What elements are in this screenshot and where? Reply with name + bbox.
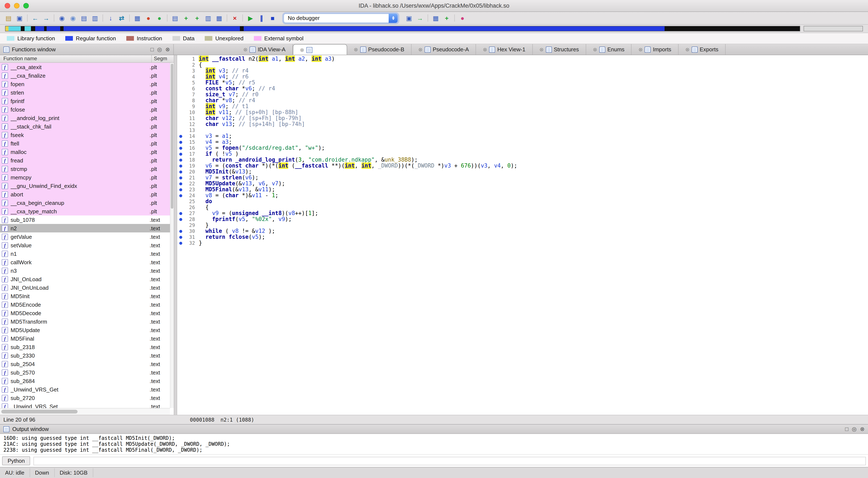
zoom-window-button[interactable] (23, 3, 29, 8)
function-row-getValue[interactable]: fgetValue.text (0, 232, 170, 241)
tab-close-icon[interactable]: ⊗ (354, 47, 358, 52)
scrollbar-thumb[interactable] (1, 410, 78, 414)
function-row-n1[interactable]: fn1.text (0, 249, 170, 258)
function-row-__cxa_atexit[interactable]: f__cxa_atexit.plt (0, 63, 170, 71)
code-line-18[interactable]: 18 return _android_log_print(3, "com.dro… (177, 157, 868, 163)
function-row-n2[interactable]: fn2.text (0, 224, 170, 232)
navigation-band[interactable] (5, 26, 800, 31)
code-line-27[interactable]: 27 v9 = (unsigned __int8)(v8++)[1]; (177, 210, 868, 216)
function-row-fprintf[interactable]: ffprintf.plt (0, 97, 170, 105)
python-input[interactable] (34, 456, 866, 465)
function-row-__gnu_Unwind_Find_exidx[interactable]: f__gnu_Unwind_Find_exidx.plt (0, 182, 170, 190)
code-line-11[interactable]: 11 char v12; // [sp+Fh] [bp-79h] (177, 115, 868, 121)
code-line-29[interactable]: 29 } (177, 222, 868, 228)
code-line-23[interactable]: 23 MD5Final(&v13, &v11); (177, 187, 868, 192)
restore-icon[interactable]: ◎ (852, 426, 857, 432)
code-line-5[interactable]: 5 FILE *v5; // r5 (177, 80, 868, 86)
tab-pseudocode-a[interactable]: ⊗Pseudocode-A (411, 44, 476, 55)
functions-horizontal-scrollbar[interactable] (0, 408, 170, 415)
breakpoints-icon[interactable]: ● (457, 13, 467, 23)
scrollbar-thumb[interactable] (171, 64, 173, 209)
restore-icon[interactable]: ◎ (157, 46, 162, 53)
code-line-13[interactable]: 13 (177, 127, 868, 133)
code-line-19[interactable]: 19 v6 = (const char *)(*(int (__fastcall… (177, 163, 868, 169)
navigate-forward-icon[interactable]: → (41, 13, 51, 23)
start-process-icon[interactable]: ▶ (245, 13, 255, 23)
close-panel-icon[interactable]: ⊗ (860, 426, 865, 432)
code-line-4[interactable]: 4 int v4; // r6 (177, 74, 868, 80)
dock-icon[interactable]: □ (151, 46, 154, 53)
tab-close-icon[interactable]: ⊗ (483, 47, 487, 52)
tab-close-icon[interactable]: ⊗ (418, 47, 423, 52)
minimize-window-button[interactable] (14, 3, 20, 8)
pseudocode-view[interactable]: 1int __fastcall n2(int a1, int a2, int a… (177, 55, 868, 415)
function-row-fseek[interactable]: ffseek.plt (0, 131, 170, 139)
tab-close-icon[interactable]: ⊗ (685, 47, 689, 52)
code-line-10[interactable]: 10 int v11; // [sp+0h] [bp-88h] (177, 110, 868, 115)
continue-icon[interactable]: → (415, 13, 425, 23)
function-row-abort[interactable]: fabort.plt (0, 190, 170, 199)
function-row-_Unwind_VRS_Set[interactable]: f_Unwind_VRS_Set.text (0, 402, 170, 408)
function-row-fread[interactable]: ffread.plt (0, 156, 170, 165)
column-header-function-name[interactable]: Function name (0, 55, 152, 62)
function-row-n3[interactable]: fn3.text (0, 266, 170, 275)
code-line-22[interactable]: 22 MD5Update(&v13, v6, v7); (177, 181, 868, 187)
segments-icon[interactable]: ▤ (170, 13, 180, 23)
function-row-ftell[interactable]: fftell.plt (0, 139, 170, 148)
jump-address-icon[interactable]: ↓ (105, 13, 116, 23)
open-file-icon[interactable]: ▤ (3, 13, 13, 23)
record-icon[interactable]: ● (143, 13, 153, 23)
search-next-icon[interactable]: ◉ (68, 13, 78, 23)
code-line-21[interactable]: 21 v7 = strlen(v6); (177, 175, 868, 181)
code-line-30[interactable]: 30 while ( v8 != &v12 ); (177, 228, 868, 234)
function-row-MD5Update[interactable]: fMD5Update.text (0, 326, 170, 334)
tab-close-icon[interactable]: ⊗ (243, 47, 248, 52)
open-subviews-icon[interactable]: ▦ (431, 13, 441, 23)
debugger-select[interactable]: No debugger (283, 13, 398, 23)
delete-icon[interactable]: × (230, 13, 240, 23)
navigate-back-icon[interactable]: ← (30, 13, 40, 23)
function-row-MD5Final[interactable]: fMD5Final.text (0, 334, 170, 343)
function-row-JNI_OnUnLoad[interactable]: fJNI_OnUnLoad.text (0, 283, 170, 292)
column-header-segment[interactable]: Segm (152, 55, 174, 62)
function-row-callWork[interactable]: fcallWork.text (0, 258, 170, 266)
dock-icon[interactable]: □ (845, 426, 848, 432)
function-row-strlen[interactable]: fstrlen.plt (0, 88, 170, 97)
tab-hex-view-1[interactable]: ⊗Hex View-1 (476, 44, 533, 55)
tab-close-icon[interactable]: ⊗ (300, 47, 304, 53)
code-line-3[interactable]: 3 int v3; // r4 (177, 68, 868, 74)
function-row-JNI_OnLoad[interactable]: fJNI_OnLoad.text (0, 275, 170, 283)
code-line-20[interactable]: 20 MD5Init(&v13); (177, 169, 868, 175)
analysis-indicator-icon[interactable]: ● (154, 13, 164, 23)
code-line-26[interactable]: 26 { (177, 204, 868, 210)
tab-current[interactable]: ⊗ (293, 44, 347, 55)
stop-process-icon[interactable]: ■ (268, 13, 278, 23)
functions-vertical-scrollbar[interactable] (170, 63, 174, 408)
code-line-6[interactable]: 6 const char *v6; // r4 (177, 86, 868, 92)
code-line-24[interactable]: 24 v8 = (char *)&v11 - 1; (177, 192, 868, 199)
function-row-_Unwind_VRS_Get[interactable]: f_Unwind_VRS_Get.text (0, 385, 170, 394)
function-row-fclose[interactable]: ffclose.plt (0, 105, 170, 114)
function-row-sub_2570[interactable]: fsub_2570.text (0, 368, 170, 377)
add-struct-icon[interactable]: + (181, 13, 191, 23)
function-row-MD5Transform[interactable]: fMD5Transform.text (0, 317, 170, 326)
code-line-7[interactable]: 7 size_t v7; // r0 (177, 92, 868, 97)
panel-splitter[interactable] (174, 55, 177, 415)
function-row-sub_2720[interactable]: fsub_2720.text (0, 394, 170, 402)
code-line-25[interactable]: 25 do (177, 199, 868, 204)
search-icon[interactable]: ◉ (57, 13, 67, 23)
windows-list-icon[interactable]: ▥ (90, 13, 100, 23)
tab-close-icon[interactable]: ⊗ (639, 47, 643, 52)
names-window-icon[interactable]: ▤ (79, 13, 89, 23)
tab-structures[interactable]: ⊗Structures (532, 44, 586, 55)
close-panel-icon[interactable]: ⊗ (165, 46, 170, 53)
function-row-sub_1078[interactable]: fsub_1078.text (0, 215, 170, 224)
code-line-16[interactable]: 16 v5 = fopen("/sdcard/reg.dat", "w+"); (177, 145, 868, 151)
tab-imports[interactable]: ⊗Imports (632, 44, 679, 55)
jump-xrefs-icon[interactable]: ⇄ (117, 13, 127, 23)
function-row-MD5Decode[interactable]: fMD5Decode.text (0, 309, 170, 317)
tab-ida-view-a[interactable]: ⊗IDA View-A (237, 44, 293, 55)
code-line-12[interactable]: 12 char v13; // [sp+14h] [bp-74h] (177, 121, 868, 127)
function-row-strcmp[interactable]: fstrcmp.plt (0, 165, 170, 173)
code-line-1[interactable]: 1int __fastcall n2(int a1, int a2, int a… (177, 56, 868, 62)
